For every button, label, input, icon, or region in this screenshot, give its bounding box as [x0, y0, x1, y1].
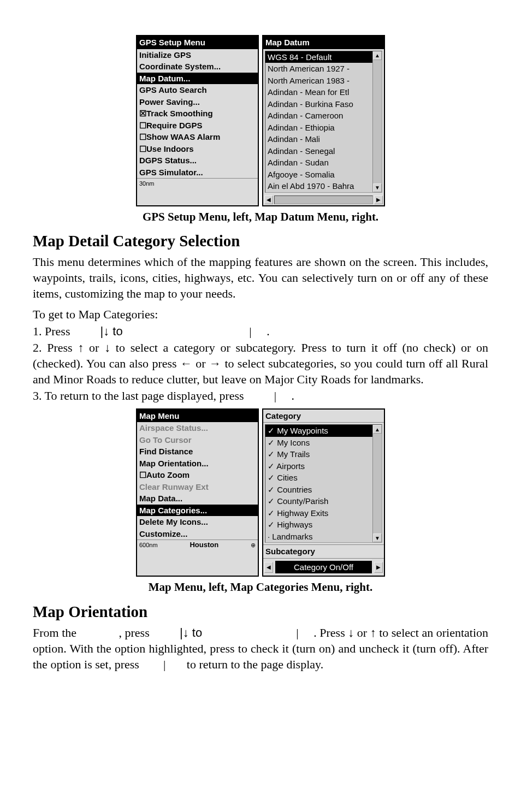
category-item[interactable]: ✓ My Icons [265, 437, 373, 449]
text: |↓ to [100, 324, 126, 338]
scroll-up-icon[interactable]: ▲ [373, 51, 382, 60]
scroll-down-icon[interactable]: ▼ [373, 183, 382, 192]
panel-title: Map Menu [137, 410, 258, 423]
category-item[interactable]: ✓ Countries [265, 484, 373, 496]
text: |↓ to [180, 626, 205, 639]
menu-item-map-orientation[interactable]: Map Orientation... [137, 458, 258, 470]
datum-item[interactable]: Adindan - Burkina Faso [265, 98, 373, 110]
panel-title: GPS Setup Menu [137, 36, 258, 49]
scale-label: 600nm [139, 541, 158, 549]
text: From the [33, 626, 80, 639]
subcategory-label: Subcategory [263, 544, 384, 559]
category-item[interactable]: ✓ Cities [265, 472, 373, 484]
prev-icon[interactable]: ◀ [264, 562, 273, 573]
category-item-my-waypoints[interactable]: ✓ My Waypoints [265, 425, 373, 437]
menu-item-customize[interactable]: Customize... [137, 528, 258, 540]
panel-footer: 30nm [137, 178, 258, 188]
menu-item-dgps-status[interactable]: DGPS Status... [137, 155, 258, 167]
figure-gps-setup: GPS Setup Menu Initialize GPS Coordinate… [33, 35, 488, 206]
scrollbar[interactable]: ▲ ▼ [372, 51, 382, 192]
datum-item[interactable]: Ain el Abd 1970 - Bahra [265, 180, 373, 192]
heading-map-orientation: Map Orientation [33, 602, 488, 623]
panel-footer: 600nm Houston ⊕ [137, 540, 258, 550]
menu-item-show-waas-alarm[interactable]: ☐Show WAAS Alarm [137, 131, 258, 143]
menu-item-initialize-gps[interactable]: Initialize GPS [137, 49, 258, 61]
menu-item-use-indoors[interactable]: ☐Use Indoors [137, 143, 258, 155]
heading-map-detail-category: Map Detail Category Selection [33, 231, 488, 252]
menu-item-require-dgps[interactable]: ☐Require DGPS [137, 120, 258, 132]
text: . [267, 324, 270, 338]
menu-item-track-smoothing[interactable]: ☒Track Smoothing [137, 108, 258, 120]
datum-list: WGS 84 - Default North American 1927 - N… [265, 51, 382, 193]
menu-item-airspace-status: Airspace Status... [137, 422, 258, 434]
menu-item-gps-simulator[interactable]: GPS Simulator... [137, 167, 258, 179]
menu-item-auto-zoom[interactable]: ☐Auto Zoom [137, 469, 258, 481]
compass-icon: ⊕ [251, 541, 256, 549]
panel-title: Category [263, 410, 384, 423]
category-item[interactable]: ✓ Highway Exits [265, 507, 373, 519]
step-3: 3. To return to the last page displayed,… [33, 388, 488, 404]
scale-label: 30nm [139, 180, 155, 187]
menu-item-clear-runway-ext: Clear Runway Ext [137, 481, 258, 493]
datum-item[interactable]: Adindan - Mali [265, 133, 373, 145]
menu-item-map-datum[interactable]: Map Datum... [137, 73, 258, 85]
text: | [249, 324, 251, 338]
scroll-right-icon[interactable]: ▶ [374, 195, 383, 204]
menu-item-map-categories[interactable]: Map Categories... [137, 505, 258, 517]
datum-item[interactable]: Adindan - Mean for Etl [265, 86, 373, 98]
category-item[interactable]: ✓ Highways [265, 519, 373, 531]
step-1: 1. Press |↓ to | . [33, 324, 488, 340]
datum-item-wgs84[interactable]: WGS 84 - Default [265, 51, 373, 63]
text: to return to the page display. [187, 657, 323, 671]
datum-item[interactable]: Adindan - Cameroon [265, 110, 373, 122]
hscrollbar[interactable]: ◀ ▶ [264, 195, 383, 204]
figure-caption: GPS Setup Menu, left, Map Datum Menu, ri… [33, 210, 488, 224]
scrollbar[interactable]: ▲ ▼ [372, 425, 382, 542]
lead-text: To get to Map Categories: [33, 307, 488, 323]
figure-map-menu: Map Menu Airspace Status... Go To Cursor… [33, 408, 488, 577]
category-item[interactable]: ✓ Airports [265, 460, 373, 472]
text: 3. To return to the last page displayed,… [33, 389, 247, 402]
figure-caption: Map Menu, left, Map Categories Menu, rig… [33, 580, 488, 595]
subcategory-toolbar: ◀ Category On/Off ▶ [263, 559, 384, 576]
menu-item-map-data[interactable]: Map Data... [137, 493, 258, 505]
text: . [292, 389, 295, 402]
datum-item[interactable]: North American 1927 - [265, 63, 373, 75]
scroll-down-icon[interactable]: ▼ [373, 534, 382, 542]
category-onoff-button[interactable]: Category On/Off [275, 561, 372, 574]
menu-item-find-distance[interactable]: Find Distance [137, 446, 258, 458]
datum-item[interactable]: Adindan - Senegal [265, 145, 373, 157]
menu-item-delete-my-icons[interactable]: Delete My Icons... [137, 516, 258, 528]
panel-gps-setup-menu: GPS Setup Menu Initialize GPS Coordinate… [136, 35, 259, 206]
panel-map-datum: Map Datum WGS 84 - Default North America… [262, 35, 385, 206]
menu-item-go-to-cursor: Go To Cursor [137, 434, 258, 446]
next-icon[interactable]: ▶ [374, 562, 383, 573]
category-item[interactable]: · Landmarks [265, 531, 373, 543]
panel-category: Category ✓ My Waypoints ✓ My Icons ✓ My … [262, 408, 385, 577]
scroll-track[interactable] [274, 195, 373, 204]
datum-item[interactable]: North American 1983 - [265, 75, 373, 87]
datum-item[interactable]: Afgooye - Somalia [265, 169, 373, 181]
text: 1. Press [33, 324, 73, 338]
map-label: Houston [190, 541, 218, 550]
category-list: ✓ My Waypoints ✓ My Icons ✓ My Trails ✓ … [265, 424, 382, 543]
menu-item-power-saving[interactable]: Power Saving... [137, 96, 258, 108]
paragraph-map-orientation: From the , press |↓ to | . Press ↓ or ↑ … [33, 625, 488, 672]
text: | [274, 389, 276, 402]
scroll-up-icon[interactable]: ▲ [373, 425, 382, 434]
step-2: 2. Press ↑ or ↓ to select a category or … [33, 340, 488, 387]
category-item[interactable]: ✓ County/Parish [265, 495, 373, 507]
datum-item[interactable]: Adindan - Sudan [265, 157, 373, 169]
category-item[interactable]: ✓ My Trails [265, 448, 373, 460]
menu-item-coordinate-system[interactable]: Coordinate System... [137, 61, 258, 73]
text: , press [119, 626, 152, 639]
text: | [296, 626, 298, 639]
datum-item[interactable]: Adindan - Ethiopia [265, 122, 373, 134]
panel-map-menu: Map Menu Airspace Status... Go To Cursor… [136, 408, 259, 577]
text: | [163, 657, 165, 671]
paragraph: This menu determines which of the mappin… [33, 254, 488, 301]
scroll-left-icon[interactable]: ◀ [264, 195, 273, 204]
menu-item-gps-auto-search[interactable]: GPS Auto Search [137, 84, 258, 96]
panel-title: Map Datum [263, 36, 384, 49]
